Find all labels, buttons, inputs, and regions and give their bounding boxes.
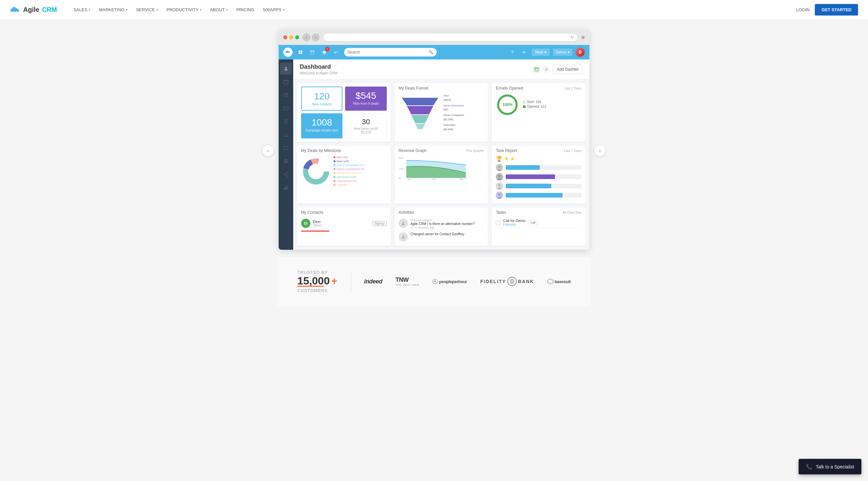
crm-demo-button[interactable]: Demo ▾ bbox=[553, 49, 572, 56]
trusted-number: 15,000 bbox=[298, 275, 330, 287]
nav-item-sales[interactable]: SALES ▾ bbox=[70, 5, 94, 15]
activities-header: Activities bbox=[395, 207, 488, 215]
task-icons-row: 🏆 ⭐ ⭐ bbox=[496, 156, 582, 162]
trusted-number-row: 15,000 + bbox=[298, 275, 338, 287]
nav-item-marketing[interactable]: MARKETING ▾ bbox=[95, 5, 130, 15]
tasks-dashlet: Tasks All Over Due Call for Demo Francoi… bbox=[492, 207, 585, 246]
settings-action-icon[interactable] bbox=[543, 66, 550, 73]
sidebar-item-chat[interactable] bbox=[280, 142, 292, 154]
svg-point-63 bbox=[498, 184, 501, 187]
calendar-action-icon[interactable] bbox=[533, 66, 540, 73]
search-input[interactable] bbox=[347, 50, 426, 55]
login-button[interactable]: LOGIN bbox=[796, 7, 809, 12]
sidebar-item-emails[interactable] bbox=[280, 102, 292, 114]
browser-forward-button[interactable]: › bbox=[312, 33, 320, 41]
productivity-dropdown-icon: ▾ bbox=[199, 8, 201, 11]
nav-item-service[interactable]: SERVICE ▾ bbox=[133, 5, 161, 15]
deals-funnel-dashlet: My Deals Funnel bbox=[395, 83, 488, 142]
trusted-plus: + bbox=[331, 275, 338, 287]
task-bar-3 bbox=[506, 184, 551, 188]
nav-item-about[interactable]: ABOUT ▾ bbox=[207, 5, 231, 15]
task-checkbox-1[interactable] bbox=[496, 220, 500, 225]
add-dashlet-button[interactable]: Add Dashlet bbox=[553, 65, 583, 74]
browser-back-button[interactable]: ‹ bbox=[303, 33, 310, 41]
nav-item-pricing[interactable]: PRICING bbox=[233, 5, 257, 15]
donut-percentage: 100% bbox=[502, 102, 513, 107]
svg-rect-17 bbox=[284, 136, 288, 137]
task-item-1: Call for Demo Francois Call bbox=[496, 217, 582, 228]
sidebar-item-tasks[interactable] bbox=[280, 89, 292, 101]
activity-user-icon-2 bbox=[399, 232, 408, 242]
window-maximize-dot[interactable] bbox=[295, 35, 299, 39]
funnel-labels: New ($600) Demo Scheduled ($0) Demo Comp… bbox=[443, 94, 464, 131]
dashboard-title: Dashboard bbox=[300, 63, 337, 70]
sidebar-item-docs[interactable] bbox=[280, 116, 292, 128]
contact-row-dion[interactable]: Di Dion Other, Signup bbox=[301, 217, 387, 229]
crm-new-button[interactable]: New ▾ bbox=[532, 49, 550, 56]
svg-point-68 bbox=[402, 222, 404, 223]
divider bbox=[351, 271, 351, 291]
dashboard-grid: 120 New contacts $545 Won from 9 deals bbox=[293, 79, 589, 250]
contact-signup-tag[interactable]: Signup bbox=[373, 221, 387, 226]
activity-type-icon: ✉ Email subject - bbox=[410, 219, 475, 222]
browser-url-bar[interactable]: ↻ bbox=[323, 33, 578, 42]
crm-search-bar[interactable]: 🔍 bbox=[344, 48, 437, 57]
svg-marker-75 bbox=[548, 279, 553, 284]
window-minimize-dot[interactable] bbox=[289, 35, 293, 39]
emails-opened-header: Emails Opened Last 2 Days bbox=[492, 83, 585, 91]
task-person-1: Francois bbox=[503, 223, 525, 226]
logo-area[interactable]: Agile CRM bbox=[10, 6, 57, 14]
partner-indeed: indeed bbox=[364, 278, 382, 285]
sidebar-item-reports[interactable] bbox=[280, 129, 292, 141]
crm-user-avatar[interactable]: D bbox=[576, 47, 585, 57]
crm-contacts-icon[interactable] bbox=[296, 47, 305, 57]
window-close-dot[interactable] bbox=[283, 35, 287, 39]
svg-point-71 bbox=[434, 281, 436, 283]
stats-grid: 120 New contacts $545 Won from 9 deals bbox=[301, 87, 387, 138]
sidebar-item-web[interactable] bbox=[280, 155, 292, 167]
activity-row-2: Changed owner for Contact Geoffrey bbox=[399, 231, 484, 243]
sidebar-item-social[interactable] bbox=[280, 168, 292, 181]
top-navigation: Agile CRM SALES ▾ MARKETING ▾ SERVICE ▾ … bbox=[0, 0, 868, 20]
crm-edit-icon[interactable]: ✏ bbox=[520, 48, 529, 57]
sidebar-item-analytics[interactable] bbox=[280, 182, 292, 194]
sidebar-item-deals[interactable] bbox=[280, 76, 292, 88]
emails-sent-number: 1008 bbox=[305, 117, 339, 128]
partner-peopleperhour: peopleperhour bbox=[432, 279, 467, 284]
new-deals-number: 30 bbox=[349, 118, 382, 126]
emails-opened-body: 100% Sent: 104 bbox=[492, 91, 585, 120]
deals-funnel-body: New ($600) Demo Scheduled ($0) Demo Comp… bbox=[395, 91, 488, 135]
contacts-title: My Contacts bbox=[301, 210, 323, 215]
crm-sidebar bbox=[279, 60, 293, 250]
crm-logo-icon[interactable] bbox=[283, 47, 292, 57]
won-amount: $545 bbox=[349, 91, 382, 101]
task-report-body: 🏆 ⭐ ⭐ bbox=[492, 153, 585, 203]
task-bar-2-container bbox=[506, 174, 582, 179]
task-avatar-4 bbox=[496, 192, 503, 199]
browser-menu-icon[interactable]: ≡ bbox=[581, 34, 585, 41]
crm-help-icon[interactable]: ? bbox=[508, 48, 517, 57]
crm-notification-icon[interactable]: 7 bbox=[320, 47, 329, 57]
get-started-button[interactable]: GET STARTED bbox=[815, 4, 858, 15]
sidebar-item-contacts[interactable] bbox=[280, 63, 292, 75]
crm-calendar-icon[interactable] bbox=[308, 47, 317, 57]
new-deals-card: 30 New deals worth $5,318 bbox=[345, 113, 386, 138]
revenue-body: 200k 100k 0k bbox=[395, 153, 488, 187]
svg-point-9 bbox=[285, 67, 286, 69]
email-stats: Sent: 104 Opened: 112 bbox=[523, 100, 546, 109]
task-call-button[interactable]: Call bbox=[528, 220, 538, 225]
svg-point-60 bbox=[498, 175, 501, 178]
nav-item-500apps[interactable]: 500APPS ▾ bbox=[259, 5, 287, 15]
ml-interested: Interested 54% bbox=[334, 175, 365, 179]
task-name-1: Call for Demo bbox=[503, 219, 525, 223]
email-sent-row: Sent: 104 bbox=[523, 100, 546, 104]
ml-abandoned: Abandoned 0% bbox=[334, 180, 365, 183]
fidelity-logo-icon bbox=[507, 277, 517, 286]
task-bar-4 bbox=[506, 193, 562, 197]
carousel-next-button[interactable]: › bbox=[594, 145, 606, 157]
nav-item-productivity[interactable]: PRODUCTIVITY ▾ bbox=[163, 5, 205, 15]
carousel-prev-button[interactable]: ‹ bbox=[262, 145, 274, 157]
svg-rect-0 bbox=[299, 51, 301, 52]
crm-back-icon[interactable]: ↩ bbox=[332, 47, 341, 57]
browser-bar: ‹ › ↻ ≡ bbox=[279, 30, 589, 45]
